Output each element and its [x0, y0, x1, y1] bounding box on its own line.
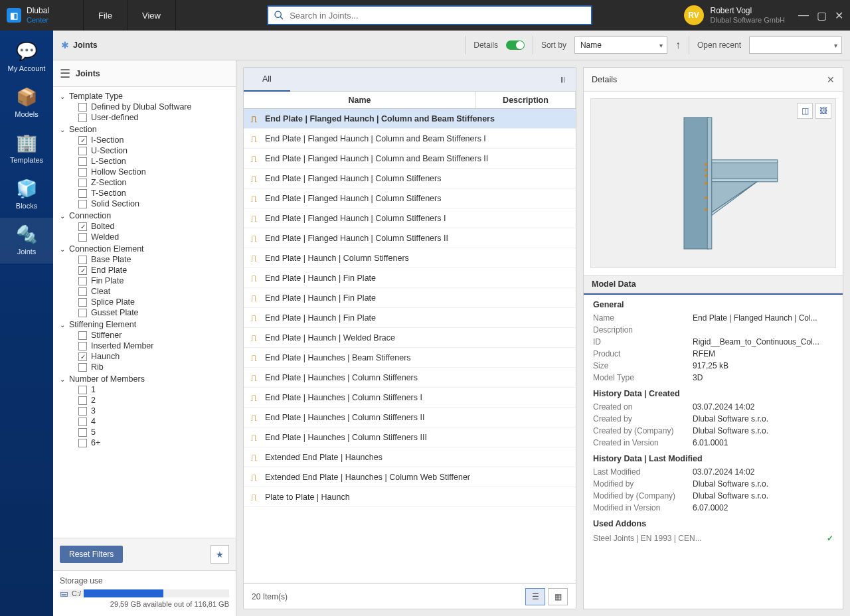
- sortby-dropdown[interactable]: Name: [574, 37, 667, 54]
- filter-checkbox[interactable]: Cleat: [78, 286, 233, 297]
- details-title: Details: [592, 75, 827, 84]
- column-header-description[interactable]: Description: [476, 92, 576, 108]
- sort-direction-button[interactable]: ↑: [675, 39, 681, 51]
- filter-checkbox[interactable]: Hollow Section: [78, 167, 233, 177]
- table-row[interactable]: ⎍Extended End Plate | Haunches | Column …: [244, 467, 576, 487]
- details-kv: Description: [584, 324, 843, 336]
- sidebar-item-label: Models: [15, 110, 38, 118]
- details-panel: Details ✕ ◫ 🖼: [583, 67, 843, 609]
- table-row[interactable]: ⎍End Plate | Haunches | Beam Stiffeners: [244, 348, 576, 368]
- table-row[interactable]: ⎍End Plate | Flanged Haunch | Column Sti…: [244, 189, 576, 208]
- table-row[interactable]: ⎍End Plate | Haunches | Column Stiffener…: [244, 388, 576, 408]
- table-row[interactable]: ⎍End Plate | Flanged Haunch | Column Sti…: [244, 208, 576, 228]
- filter-checkbox[interactable]: Welded: [78, 232, 233, 242]
- column-header-name[interactable]: Name: [244, 92, 476, 108]
- table-row[interactable]: ⎍End Plate | Flanged Haunch | Column and…: [244, 109, 576, 129]
- filter-checkbox[interactable]: Base Plate: [78, 254, 233, 265]
- filter-checkbox[interactable]: 6+: [78, 437, 233, 448]
- sidebar-item-joints[interactable]: 🔩 Joints: [0, 218, 53, 264]
- joint-icon: ⎍: [248, 372, 260, 383]
- list-body: ⎍End Plate | Flanged Haunch | Column and…: [244, 109, 576, 583]
- filter-checkbox[interactable]: I-Section: [78, 135, 233, 145]
- sidebar-item-blocks[interactable]: 🧊 Blocks: [0, 172, 53, 218]
- sub-header: ✱ Joints Details Sort by Name ↑ Open rec…: [53, 31, 850, 60]
- filter-group[interactable]: ⌄Connection Element: [60, 244, 233, 254]
- menu-file[interactable]: File: [84, 0, 128, 31]
- sidebar-item-models[interactable]: 📦 Models: [0, 80, 53, 126]
- filter-checkbox[interactable]: Gusset Plate: [78, 307, 233, 318]
- search-input[interactable]: [290, 11, 591, 21]
- details-kv: Created on03.07.2024 14:02: [584, 401, 843, 413]
- favorite-button[interactable]: ★: [211, 545, 229, 564]
- table-row[interactable]: ⎍End Plate | Haunches | Column Stiffener…: [244, 408, 576, 427]
- table-row[interactable]: ⎍End Plate | Haunch | Fin Plate: [244, 268, 576, 288]
- minimize-icon[interactable]: —: [798, 9, 809, 22]
- table-row[interactable]: ⎍End Plate | Flanged Haunch | Column and…: [244, 149, 576, 169]
- nav-sidebar: 💬 My Account 📦 Models 🏢 Templates 🧊 Bloc…: [0, 31, 53, 616]
- filter-group[interactable]: ⌄Section: [60, 124, 233, 135]
- table-row[interactable]: ⎍End Plate | Haunch | Column Stiffeners: [244, 248, 576, 268]
- columns-icon[interactable]: ⫼: [551, 75, 576, 84]
- menu-view[interactable]: View: [128, 0, 176, 31]
- filter-checkbox[interactable]: 1: [78, 384, 233, 395]
- filter-checkbox[interactable]: User-defined: [78, 112, 233, 123]
- sidebar-item-account[interactable]: 💬 My Account: [0, 35, 53, 80]
- filter-group[interactable]: ⌄Connection: [60, 210, 233, 221]
- addon-row: Steel Joints | EN 1993 | CEN...✓: [584, 531, 843, 546]
- preview-image-button[interactable]: 🖼: [815, 103, 831, 119]
- filter-checkbox[interactable]: Defined by Dlubal Software: [78, 102, 233, 112]
- filter-checkbox[interactable]: Splice Plate: [78, 297, 233, 307]
- preview-3d-button[interactable]: ◫: [797, 103, 813, 119]
- filter-checkbox[interactable]: L-Section: [78, 156, 233, 167]
- table-row[interactable]: ⎍Plate to Plate | Haunch: [244, 487, 576, 507]
- details-group-title: Used Addons: [584, 514, 843, 531]
- sidebar-item-templates[interactable]: 🏢 Templates: [0, 126, 53, 172]
- filter-checkbox[interactable]: Fin Plate: [78, 275, 233, 286]
- table-row[interactable]: ⎍End Plate | Flanged Haunch | Column Sti…: [244, 169, 576, 189]
- tab-all[interactable]: All: [244, 68, 290, 92]
- details-kv: IDRigid__Beam_to_Continuous_Col...: [584, 336, 843, 348]
- table-row[interactable]: ⎍Extended End Plate | Haunches: [244, 447, 576, 467]
- view-grid-button[interactable]: ▦: [548, 588, 568, 605]
- filter-checkbox[interactable]: 5: [78, 427, 233, 437]
- filter-checkbox[interactable]: T-Section: [78, 188, 233, 198]
- sidebar-item-label: Blocks: [16, 202, 37, 210]
- details-group-title: General: [584, 295, 843, 312]
- table-row[interactable]: ⎍End Plate | Haunch | Fin Plate: [244, 288, 576, 308]
- filter-group[interactable]: ⌄Number of Members: [60, 374, 233, 384]
- filter-checkbox[interactable]: Haunch: [78, 351, 233, 362]
- filter-group[interactable]: ⌄Template Type: [60, 91, 233, 102]
- table-row[interactable]: ⎍End Plate | Haunch | Welded Brace: [244, 328, 576, 348]
- disk-icon: 🖴: [60, 589, 68, 598]
- filter-checkbox[interactable]: Z-Section: [78, 177, 233, 188]
- table-row[interactable]: ⎍End Plate | Haunches | Column Stiffener…: [244, 427, 576, 447]
- view-list-button[interactable]: ☰: [525, 588, 545, 605]
- filter-tree: ⌄Template TypeDefined by Dlubal Software…: [53, 87, 236, 538]
- open-recent-dropdown[interactable]: [749, 37, 842, 54]
- details-close-button[interactable]: ✕: [827, 74, 835, 85]
- table-row[interactable]: ⎍End Plate | Flanged Haunch | Column and…: [244, 129, 576, 149]
- table-row[interactable]: ⎍End Plate | Haunch | Fin Plate: [244, 308, 576, 328]
- details-toggle[interactable]: [506, 40, 525, 50]
- maximize-icon[interactable]: ▢: [817, 9, 827, 22]
- filter-checkbox[interactable]: Solid Section: [78, 198, 233, 209]
- reset-filters-button[interactable]: Reset Filters: [60, 546, 123, 563]
- filter-checkbox[interactable]: 2: [78, 395, 233, 406]
- filter-checkbox[interactable]: 3: [78, 406, 233, 416]
- filter-group[interactable]: ⌄Stiffening Element: [60, 319, 233, 330]
- search-box[interactable]: [267, 5, 592, 25]
- table-row[interactable]: ⎍End Plate | Haunches | Column Stiffener…: [244, 368, 576, 388]
- filter-checkbox[interactable]: U-Section: [78, 145, 233, 156]
- filter-checkbox[interactable]: End Plate: [78, 265, 233, 275]
- svg-point-0: [275, 11, 281, 17]
- filter-checkbox[interactable]: Inserted Member: [78, 341, 233, 351]
- search-icon: [268, 7, 290, 24]
- filter-checkbox[interactable]: Bolted: [78, 221, 233, 232]
- close-icon[interactable]: ✕: [835, 9, 843, 22]
- filter-checkbox[interactable]: Rib: [78, 362, 233, 372]
- table-row[interactable]: ⎍End Plate | Flanged Haunch | Column Sti…: [244, 228, 576, 248]
- filter-checkbox[interactable]: 4: [78, 416, 233, 427]
- joint-icon: ⎍: [248, 153, 260, 164]
- user-area[interactable]: RV Robert Vogl Dlubal Software GmbH: [684, 5, 792, 25]
- filter-checkbox[interactable]: Stiffener: [78, 330, 233, 341]
